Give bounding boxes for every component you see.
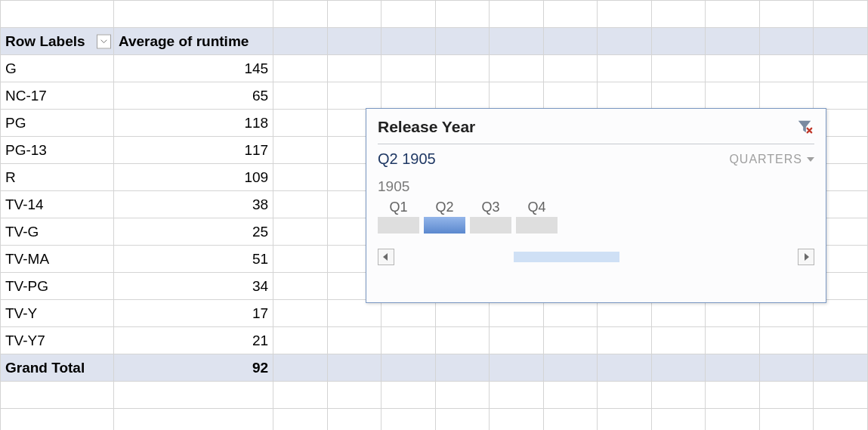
cell-blank[interactable] <box>273 354 328 382</box>
pivot-row-label[interactable]: TV-PG <box>1 273 114 300</box>
pivot-row-label[interactable]: TV-Y <box>1 300 114 327</box>
cell-blank[interactable] <box>543 327 598 354</box>
cell-blank[interactable] <box>651 354 706 382</box>
pivot-row-value[interactable]: 25 <box>113 218 273 246</box>
timeline-quarter[interactable]: Q2 <box>424 200 465 234</box>
cell-blank[interactable] <box>759 327 814 354</box>
cell-blank[interactable] <box>598 409 652 431</box>
cell-blank[interactable] <box>651 409 706 431</box>
cell-blank[interactable] <box>759 82 814 110</box>
cell-blank[interactable] <box>381 382 436 409</box>
cell-blank[interactable] <box>598 354 652 382</box>
cell-blank[interactable] <box>273 55 328 82</box>
cell-blank[interactable] <box>273 137 328 164</box>
pivot-row-label[interactable]: TV-G <box>1 218 114 246</box>
pivot-row-value[interactable]: 17 <box>113 300 273 327</box>
cell-blank[interactable] <box>651 55 706 82</box>
pivot-row-label[interactable]: TV-Y7 <box>1 327 114 354</box>
cell-blank[interactable] <box>706 300 760 327</box>
pivot-row-value[interactable]: 145 <box>113 55 273 82</box>
cell-blank[interactable] <box>490 28 544 55</box>
cell-blank[interactable] <box>273 164 328 191</box>
timeline-quarter-bar[interactable] <box>378 217 419 234</box>
pivot-row-label[interactable]: PG-13 <box>1 137 114 164</box>
cell-blank[interactable] <box>435 28 490 55</box>
cell-blank[interactable] <box>273 191 328 218</box>
cell-blank[interactable] <box>814 300 868 327</box>
cell-blank[interactable] <box>113 1 273 28</box>
cell-blank[interactable] <box>543 28 598 55</box>
cell-blank[interactable] <box>273 28 328 55</box>
pivot-row-label[interactable]: TV-MA <box>1 246 114 273</box>
cell-blank[interactable] <box>543 82 598 110</box>
timeline-scroll-thumb[interactable] <box>514 252 619 262</box>
pivot-row-label[interactable]: NC-17 <box>1 82 114 110</box>
timeline-clear-filter-button[interactable] <box>795 118 814 136</box>
pivot-row-label[interactable]: G <box>1 55 114 82</box>
timeline-quarter[interactable]: Q1 <box>378 200 419 234</box>
cell-blank[interactable] <box>327 28 381 55</box>
cell-blank[interactable] <box>759 382 814 409</box>
cell-blank[interactable] <box>814 82 868 110</box>
cell-blank[interactable] <box>814 354 868 382</box>
cell-blank[interactable] <box>543 300 598 327</box>
cell-blank[interactable] <box>706 82 760 110</box>
cell-blank[interactable] <box>706 354 760 382</box>
cell-blank[interactable] <box>381 354 436 382</box>
timeline-scroll-track[interactable] <box>400 252 792 262</box>
cell-blank[interactable] <box>814 1 868 28</box>
cell-blank[interactable] <box>759 1 814 28</box>
cell-blank[interactable] <box>381 28 436 55</box>
cell-blank[interactable] <box>490 354 544 382</box>
cell-blank[interactable] <box>814 28 868 55</box>
cell-blank[interactable] <box>435 82 490 110</box>
cell-blank[interactable] <box>598 55 652 82</box>
cell-blank[interactable] <box>651 28 706 55</box>
cell-blank[interactable] <box>381 409 436 431</box>
cell-blank[interactable] <box>706 382 760 409</box>
cell-blank[interactable] <box>543 354 598 382</box>
cell-blank[interactable] <box>327 354 381 382</box>
cell-blank[interactable] <box>814 327 868 354</box>
cell-blank[interactable] <box>543 382 598 409</box>
cell-blank[interactable] <box>381 300 436 327</box>
pivot-row-value[interactable]: 51 <box>113 246 273 273</box>
grand-total-label[interactable]: Grand Total <box>1 354 114 382</box>
cell-blank[interactable] <box>273 300 328 327</box>
timeline-quarter-bar[interactable] <box>424 217 465 234</box>
cell-blank[interactable] <box>273 382 328 409</box>
cell-blank[interactable] <box>490 82 544 110</box>
cell-blank[interactable] <box>435 354 490 382</box>
cell-blank[interactable] <box>490 409 544 431</box>
cell-blank[interactable] <box>1 382 114 409</box>
pivot-row-label[interactable]: R <box>1 164 114 191</box>
cell-blank[interactable] <box>598 1 652 28</box>
cell-blank[interactable] <box>490 55 544 82</box>
pivot-row-value[interactable]: 117 <box>113 137 273 164</box>
grand-total-value[interactable]: 92 <box>113 354 273 382</box>
pivot-row-value[interactable]: 109 <box>113 164 273 191</box>
cell-blank[interactable] <box>327 82 381 110</box>
cell-blank[interactable] <box>490 382 544 409</box>
cell-blank[interactable] <box>1 409 114 431</box>
cell-blank[interactable] <box>490 1 544 28</box>
pivot-row-value[interactable]: 118 <box>113 110 273 137</box>
cell-blank[interactable] <box>814 409 868 431</box>
timeline-slicer[interactable]: Release Year Q2 1905 QUARTERS 1905 Q1Q2Q… <box>366 108 826 303</box>
cell-blank[interactable] <box>381 1 436 28</box>
cell-blank[interactable] <box>759 354 814 382</box>
cell-blank[interactable] <box>759 409 814 431</box>
cell-blank[interactable] <box>651 382 706 409</box>
cell-blank[interactable] <box>327 1 381 28</box>
cell-blank[interactable] <box>598 82 652 110</box>
cell-blank[interactable] <box>706 55 760 82</box>
cell-blank[interactable] <box>706 409 760 431</box>
cell-blank[interactable] <box>706 28 760 55</box>
timeline-scroll-right-button[interactable] <box>798 249 814 265</box>
cell-blank[interactable] <box>435 1 490 28</box>
cell-blank[interactable] <box>814 382 868 409</box>
cell-blank[interactable] <box>598 382 652 409</box>
cell-blank[interactable] <box>435 409 490 431</box>
cell-blank[interactable] <box>327 300 381 327</box>
pivot-row-value[interactable]: 65 <box>113 82 273 110</box>
